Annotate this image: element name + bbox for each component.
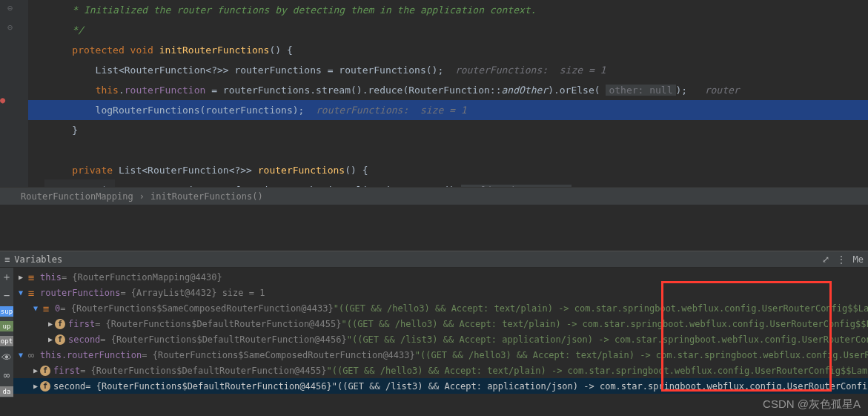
tree-row[interactable]: ▼ this.routerFunction = {RouterFunctions… <box>13 347 868 363</box>
collapse-toggle[interactable]: ▼ <box>16 288 25 297</box>
code-line[interactable]: private List<RouterFunction<?>> routerFu… <box>28 160 868 180</box>
code-line[interactable]: List<RouterFunction<?>> routerFunctions … <box>28 60 868 80</box>
tree-row[interactable]: ▶ this = {RouterFunctionMapping@4430} <box>13 269 868 285</box>
field-icon <box>40 381 50 392</box>
tree-row[interactable]: ▼ 0 = {RouterFunctions$SameComposedRoute… <box>13 300 868 316</box>
expand-toggle[interactable]: ▶ <box>31 382 40 390</box>
collapse-toggle[interactable]: ▼ <box>31 304 40 312</box>
variables-tree[interactable]: ▶ this = {RouterFunctionMapping@4430} ▼ … <box>13 268 868 397</box>
code-editor[interactable]: ⊖ ⊖ ● * Initialized the router functions… <box>0 0 868 187</box>
panel-gap <box>0 205 868 251</box>
expand-toggle[interactable]: ▶ <box>16 273 25 281</box>
fold-icon[interactable]: ⊖ <box>7 22 13 33</box>
list-icon: ≡ <box>4 254 10 265</box>
variables-title: Variables <box>14 254 62 265</box>
fold-icon[interactable]: ⊖ <box>7 3 13 13</box>
view-icon[interactable]: 👁 <box>1 351 12 364</box>
tree-row[interactable]: ▶ second = {RouterFunctions$DefaultRoute… <box>13 331 868 347</box>
variables-header: ≡ Variables ⤢ ⋮ Me <box>0 251 868 268</box>
scrollbar-horizontal[interactable] <box>44 179 115 187</box>
label-super: sup <box>0 306 13 317</box>
breadcrumb-item[interactable]: initRouterFunctions() <box>150 191 263 202</box>
watermark: CSDN @灰色孤星A <box>763 397 861 412</box>
expand-icon[interactable]: ⤢ <box>822 254 829 265</box>
object-icon <box>40 303 52 314</box>
label-da: da <box>0 386 13 397</box>
gutter: ⊖ ⊖ ● <box>0 0 28 187</box>
link-icon[interactable]: ∞ <box>4 369 10 382</box>
label-up: up <box>0 321 13 331</box>
memory-label: Me <box>853 254 864 265</box>
code-line-current[interactable]: logRouterFunctions(routerFunctions); rou… <box>28 100 868 120</box>
field-icon <box>55 334 65 345</box>
more-icon[interactable]: ⋮ <box>837 254 846 265</box>
expand-toggle[interactable]: ▶ <box>46 320 55 328</box>
tree-row[interactable]: ▶ first = {RouterFunctions$DefaultRouter… <box>13 363 868 378</box>
variables-body: ＋ − sup up opt 👁 ∞ da ▶ this = {RouterFu… <box>0 268 868 397</box>
code-line[interactable]: protected void initRouterFunctions() { <box>28 40 868 60</box>
breadcrumb: RouterFunctionMapping › initRouterFuncti… <box>0 187 868 205</box>
breakpoint-icon[interactable]: ● <box>0 95 5 105</box>
object-icon <box>25 271 37 283</box>
expand-toggle[interactable]: ▶ <box>31 366 40 374</box>
variables-panel: ≡ Variables ⤢ ⋮ Me ＋ − sup up opt 👁 ∞ da… <box>0 251 868 397</box>
tree-row[interactable]: ▶ first = {RouterFunctions$DefaultRouter… <box>13 316 868 331</box>
code-line[interactable]: this.routerFunction = routerFunctions.st… <box>28 80 868 100</box>
variables-toolbar: ＋ − sup up opt 👁 ∞ da <box>0 268 13 397</box>
tree-row[interactable]: ▼ routerFunctions = {ArrayList@4432} siz… <box>13 285 868 300</box>
object-icon <box>25 287 37 299</box>
chevron-right-icon: › <box>139 191 145 202</box>
remove-watch-button[interactable]: − <box>4 288 10 302</box>
tree-row-selected[interactable]: ▶ second = {RouterFunctions$DefaultRoute… <box>13 378 868 394</box>
expand-toggle[interactable]: ▶ <box>46 335 55 343</box>
code-line[interactable]: * Initialized the router functions by de… <box>28 0 868 20</box>
code-line[interactable]: } <box>28 120 868 140</box>
field-icon <box>55 319 65 329</box>
breadcrumb-item[interactable]: RouterFunctionMapping <box>21 191 133 202</box>
code-line[interactable]: */ <box>28 20 868 40</box>
add-watch-button[interactable]: ＋ <box>1 271 12 284</box>
code-line[interactable]: List<RouterFunction<?>> functions = obta… <box>28 180 868 187</box>
collapse-toggle[interactable]: ▼ <box>16 351 25 359</box>
field-icon <box>40 366 50 376</box>
code-line[interactable] <box>28 140 868 160</box>
code-area: * Initialized the router functions by de… <box>28 0 868 187</box>
label-opt: opt <box>0 336 13 346</box>
ref-icon <box>25 349 37 361</box>
